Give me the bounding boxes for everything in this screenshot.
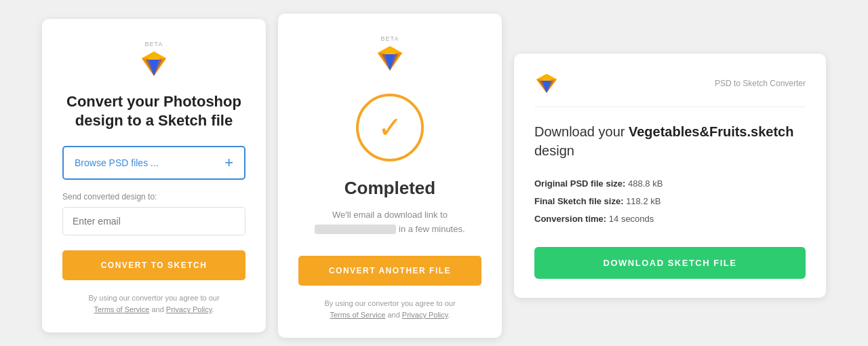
convert-to-sketch-button[interactable]: CONVERT TO SKETCH <box>62 250 245 280</box>
final-size-value: 118.2 kB <box>626 196 660 206</box>
sketch-logo-3 <box>534 73 559 94</box>
sketch-logo-1 <box>139 50 169 80</box>
terms-of-service-link-2[interactable]: Terms of Service <box>330 311 385 319</box>
file-info: Original PSD file size: 488.8 kB Final S… <box>534 175 663 228</box>
terms-text-2: By using our convertor you agree to our … <box>324 298 455 322</box>
privacy-policy-link-2[interactable]: Privacy Policy <box>402 311 448 319</box>
checkmark-icon: ✓ <box>378 113 403 142</box>
original-size-row: Original PSD file size: 488.8 kB <box>534 175 663 193</box>
conversion-time-value: 14 seconds <box>609 214 654 224</box>
logo-area-2: BETA <box>375 35 405 75</box>
download-title: Download your Vegetables&Fruits.sketch d… <box>534 122 806 160</box>
card-3-header: PSD to Sketch Converter <box>534 73 806 107</box>
beta-badge-1: BETA <box>145 41 163 47</box>
completed-circle: ✓ <box>356 94 424 161</box>
beta-badge-2: BETA <box>381 35 399 42</box>
plus-icon: + <box>224 155 233 170</box>
send-converted-label: Send converted design to: <box>62 192 157 201</box>
privacy-policy-link-1[interactable]: Privacy Policy <box>166 305 212 313</box>
email-input[interactable] <box>62 207 245 235</box>
final-size-row: Final Sketch file size: 118.2 kB <box>534 193 663 210</box>
download-filename: Vegetables&Fruits.sketch <box>629 124 793 139</box>
terms-text-1: By using our convertor you agree to our … <box>88 292 219 316</box>
browse-psd-button[interactable]: Browse PSD files ... + <box>62 146 245 180</box>
conversion-time-row: Conversion time: 14 seconds <box>534 210 663 228</box>
original-size-value: 488.8 kB <box>628 178 663 189</box>
card-1-title: Convert your Photoshop design to a Sketc… <box>62 92 245 131</box>
browse-label: Browse PSD files ... <box>75 157 159 168</box>
completed-subtitle: We'll email a download link to in a few … <box>298 208 481 237</box>
card-completed: BETA ✓ Completed We'll email a download … <box>278 14 502 338</box>
convert-another-file-button[interactable]: CONVERT ANOTHER FILE <box>298 256 481 286</box>
card-3-header-title: PSD to Sketch Converter <box>715 79 806 88</box>
card-download: PSD to Sketch Converter Download your Ve… <box>514 54 826 298</box>
blurred-email <box>315 225 396 234</box>
terms-of-service-link-1[interactable]: Terms of Service <box>94 305 149 313</box>
download-sketch-file-button[interactable]: DOWNLOAD SKETCH FILE <box>534 247 806 279</box>
sketch-logo-2 <box>375 45 405 75</box>
card-convert: BETA Convert your Photoshop design to a … <box>42 19 266 332</box>
completed-title: Completed <box>344 178 435 199</box>
logo-area-1: BETA <box>139 41 169 80</box>
